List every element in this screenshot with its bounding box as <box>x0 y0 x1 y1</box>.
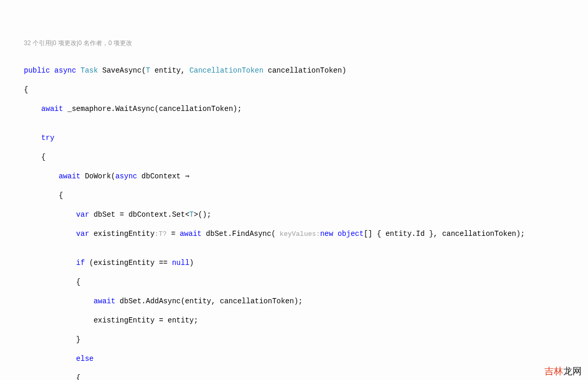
code-line[interactable]: { <box>24 277 588 287</box>
code-line[interactable]: await dbSet.AddAsync(entity, cancellatio… <box>24 297 588 306</box>
code-line[interactable]: else <box>24 354 588 364</box>
code-text: dbSet.AddAsync(entity, cancellationToken… <box>115 297 302 305</box>
code-text: dbContext ⇒ <box>137 172 189 180</box>
brace: { <box>41 153 46 161</box>
code-line[interactable]: var existingEntity:T? = await dbSet.Find… <box>24 229 588 240</box>
codelens-bar[interactable]: 32 个引用|0 项更改|0 名作者，0 项更改 <box>0 38 588 47</box>
code-line[interactable]: { <box>24 373 588 380</box>
kw-if: if <box>76 259 85 267</box>
code-line[interactable]: await _semaphore.WaitAsync(cancellationT… <box>24 104 588 114</box>
type-ct: CancellationToken <box>189 66 263 75</box>
type-T: T <box>189 210 193 219</box>
code-line[interactable]: { <box>24 85 588 95</box>
kw-var: var <box>76 230 89 238</box>
brace: { <box>59 191 63 200</box>
code-text: existingEntity <box>89 230 155 238</box>
kw-async: async <box>115 172 137 180</box>
code-text: DoWork( <box>80 172 115 180</box>
code-line[interactable]: await DoWork(async dbContext ⇒ <box>24 172 588 181</box>
code-text: [] { entity.Id }, cancellationToken); <box>363 230 525 238</box>
kw-await: await <box>93 297 115 305</box>
kw-new: new <box>320 230 333 238</box>
kw-await: await <box>59 172 80 180</box>
code-text: _semaphore.WaitAsync(cancellationToken); <box>63 105 242 113</box>
code-text: ) <box>189 259 193 267</box>
kw-null: null <box>172 259 190 267</box>
codelens-changes2[interactable]: 0 项更改 <box>108 39 132 47</box>
brace: { <box>24 86 28 94</box>
code-text: dbSet.FindAsync( <box>202 230 276 238</box>
brace: } <box>76 335 80 344</box>
code-text: (existingEntity == <box>85 259 172 267</box>
inline-hint: :T? <box>155 230 166 238</box>
kw-async: async <box>54 66 76 75</box>
kw-public: public <box>24 66 50 75</box>
param: entity, <box>150 66 190 75</box>
code-line[interactable]: try <box>24 133 588 143</box>
code-line[interactable]: existingEntity = entity; <box>24 316 588 326</box>
code-line[interactable]: } <box>24 335 588 345</box>
watermark: 吉林龙网 <box>544 367 582 376</box>
kw-var: var <box>76 210 89 219</box>
code-line[interactable]: var dbSet = dbContext.Set<T>(); <box>24 210 588 220</box>
brace: { <box>76 374 80 380</box>
kw-object: object <box>338 230 363 238</box>
code-text <box>333 230 338 238</box>
param: cancellationToken) <box>263 66 346 75</box>
code-text: dbSet = dbContext.Set< <box>89 210 189 219</box>
codelens-refs[interactable]: 32 个引用 <box>24 39 51 47</box>
brace: { <box>76 278 80 286</box>
watermark-part2: 龙网 <box>563 366 582 376</box>
type-T: T <box>146 66 150 75</box>
code-editor[interactable]: public async Task SaveAsync(T entity, Ca… <box>0 57 588 381</box>
method-name: SaveAsync <box>102 66 142 75</box>
kw-else: else <box>76 355 94 363</box>
code-text: >(); <box>194 210 212 219</box>
code-line[interactable]: { <box>24 191 588 201</box>
kw-await: await <box>41 105 63 113</box>
code-line[interactable]: if (existingEntity == null) <box>24 258 588 268</box>
kw-try: try <box>41 134 54 142</box>
code-text: existingEntity = entity; <box>93 316 198 325</box>
code-text: = <box>166 230 179 238</box>
codelens-authors[interactable]: 0 名作者， <box>78 39 108 47</box>
type-task: Task <box>80 66 98 75</box>
kw-await: await <box>180 230 202 238</box>
inline-hint: keyValues: <box>276 230 320 238</box>
watermark-part1: 吉林 <box>544 366 563 376</box>
codelens-changes[interactable]: 0 项更改 <box>53 39 77 47</box>
code-line[interactable]: { <box>24 152 588 162</box>
code-line[interactable]: public async Task SaveAsync(T entity, Ca… <box>24 66 588 76</box>
